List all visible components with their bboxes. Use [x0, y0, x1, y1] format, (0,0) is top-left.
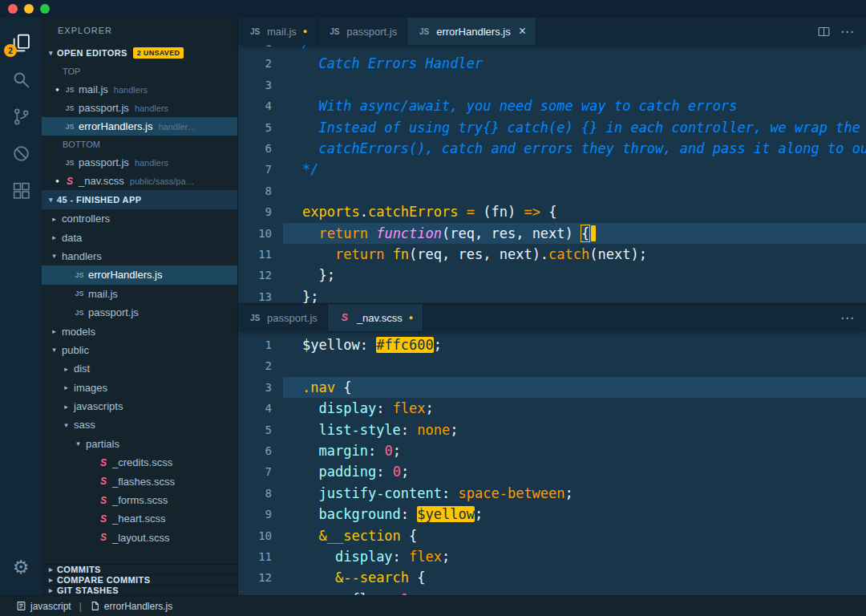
code-text: flex: 1; [283, 589, 866, 595]
open-editor-item[interactable]: ●JSmail.jshandlers [42, 80, 237, 99]
section-git-stashes[interactable]: ▸GIT STASHES [42, 585, 237, 595]
tab-mail.js[interactable]: JSmail.js● [238, 18, 318, 45]
sass-file-icon: S [96, 476, 111, 487]
chevron-right-icon: ▸ [48, 327, 60, 335]
code-token: exports [302, 204, 360, 220]
language-indicator[interactable]: javascript [16, 601, 71, 612]
open-editor-item[interactable]: JSpassport.jshandlers [42, 153, 237, 172]
open-editor-item[interactable]: ●S_nav.scsspublic/sass/pa… [42, 172, 237, 190]
code-token: ; [442, 549, 450, 565]
split-editor-icon[interactable] [817, 25, 831, 38]
folder-item-images[interactable]: ▸images [42, 379, 237, 397]
code-line[interactable]: 6 margin: 0; [238, 440, 866, 461]
folder-item-handlers[interactable]: ▾handlers [42, 247, 237, 265]
code-line[interactable]: 5 list-style: none; [238, 419, 866, 440]
code-line[interactable]: 4 With async/await, you need some way to… [238, 95, 866, 116]
file-item-mail.js[interactable]: JSmail.js [42, 285, 237, 303]
extensions-activity-button[interactable] [2, 172, 40, 209]
file-indicator[interactable]: errorHandlers.js [90, 601, 172, 612]
tab-_nav.scss[interactable]: S_nav.scss● [328, 304, 423, 331]
folder-item-models[interactable]: ▸models [42, 322, 237, 340]
tab-passport.js[interactable]: JSpassport.js [238, 304, 328, 331]
open-editor-item[interactable]: JSerrorHandlers.jshandler… [42, 117, 237, 136]
open-editor-item[interactable]: JSpassport.jshandlers [42, 99, 237, 117]
search-activity-button[interactable] [2, 61, 40, 98]
file-item-_credits.scss[interactable]: S_credits.scss [42, 453, 237, 472]
open-editors-header[interactable]: ▾ OPEN EDITORS 2 UNSAVED [42, 43, 237, 63]
tab-passport.js[interactable]: JSpassport.js [318, 18, 407, 45]
file-item-errorHandlers.js[interactable]: JSerrorHandlers.js [42, 265, 237, 284]
file-item-passport.js[interactable]: JSpassport.js [42, 303, 237, 322]
code-token: : [376, 464, 392, 480]
folder-item-sass[interactable]: ▾sass [42, 415, 237, 434]
explorer-activity-button[interactable]: 2 [2, 24, 40, 61]
code-line[interactable]: 10 &__section { [238, 525, 866, 546]
code-token: space-between [459, 485, 565, 501]
code-line[interactable]: 9exports.catchErrors = (fn) => { [238, 201, 866, 222]
sass-file-icon: S [96, 532, 111, 543]
more-actions-icon[interactable]: ⋯ [840, 310, 855, 326]
item-name: images [74, 382, 107, 394]
file-item-_forms.scss[interactable]: S_forms.scss [42, 491, 237, 509]
code-line[interactable]: 4 display: flex; [238, 398, 866, 419]
section-compare-commits[interactable]: ▸COMPARE COMMITS [42, 574, 237, 585]
code-token: ; [409, 591, 417, 595]
editor-top[interactable]: 1/*2 Catch Errors Handler34 With async/a… [238, 45, 866, 303]
section-label: COMPARE COMMITS [57, 575, 150, 585]
code-line[interactable]: 6 catchErrors(), catch and errors they t… [238, 138, 866, 159]
code-line[interactable]: 7 padding: 0; [238, 461, 866, 482]
folder-item-data[interactable]: ▸data [42, 228, 237, 246]
zoom-window-button[interactable] [40, 4, 50, 14]
code-line[interactable]: 2 Catch Errors Handler [238, 53, 866, 74]
line-number: 3 [238, 377, 283, 398]
code-text [283, 180, 866, 201]
minimize-window-button[interactable] [24, 4, 34, 14]
code-line[interactable]: 11 display: flex; [238, 546, 866, 567]
code-token [302, 422, 318, 438]
code-line[interactable]: 2 [238, 355, 866, 376]
debug-activity-button[interactable] [2, 135, 40, 172]
file-item-_flashes.scss[interactable]: S_flashes.scss [42, 472, 237, 490]
code-token: flex [409, 549, 442, 565]
code-line[interactable]: 10 return function(req, res, next) { [238, 223, 866, 244]
code-line[interactable]: 8 [238, 180, 866, 201]
code-line[interactable]: 13}; [238, 286, 866, 303]
project-section-header[interactable]: ▾ 45 - FINISHED APP [42, 190, 237, 209]
more-actions-icon[interactable]: ⋯ [840, 23, 855, 40]
code-line[interactable]: 13 flex: 1; [238, 589, 866, 595]
code-line[interactable]: 3.nav { [238, 377, 866, 398]
folder-item-javascripts[interactable]: ▸javascripts [42, 397, 237, 415]
code-line[interactable]: 9 background: $yellow; [238, 504, 866, 525]
settings-gear-button[interactable]: ⚙ [2, 549, 40, 586]
folder-item-controllers[interactable]: ▸controllers [42, 209, 237, 228]
code-line[interactable]: 5 Instead of using try{} catch(e) {} in … [238, 117, 866, 138]
code-line[interactable]: 1/* [238, 45, 866, 53]
folder-item-public[interactable]: ▾public [42, 341, 237, 359]
js-file-icon: JS [72, 271, 87, 279]
folder-item-partials[interactable]: ▾partials [42, 435, 237, 453]
close-window-button[interactable] [8, 4, 18, 14]
editor-bottom[interactable]: 1$yellow: #ffc600;23.nav {4 display: fle… [238, 331, 866, 595]
code-line[interactable]: 12 &--search { [238, 567, 866, 588]
code-token: return [335, 246, 384, 262]
code-token: : [401, 506, 417, 522]
line-number: 7 [238, 159, 283, 180]
source-control-activity-button[interactable] [2, 98, 40, 135]
code-line[interactable]: 8 justify-content: space-between; [238, 483, 866, 504]
section-commits[interactable]: ▸COMMITS [42, 564, 237, 574]
item-name: data [62, 232, 82, 244]
file-icon [90, 601, 100, 611]
code-token: $yellow [302, 337, 360, 353]
code-line[interactable]: 7*/ [238, 159, 866, 180]
item-name: errorHandlers.js [88, 269, 162, 281]
code-line[interactable]: 11 return fn(req, res, next).catch(next)… [238, 244, 866, 265]
file-item-_heart.scss[interactable]: S_heart.scss [42, 509, 237, 528]
code-line[interactable]: 1$yellow: #ffc600; [238, 334, 866, 355]
code-line[interactable]: 12 }; [238, 265, 866, 286]
code-line[interactable]: 3 [238, 75, 866, 95]
close-icon[interactable]: × [519, 25, 526, 38]
tab-errorHandlers.js[interactable]: JSerrorHandlers.js× [407, 18, 536, 45]
tabs-bottom: JSpassport.jsS_nav.scss● [238, 304, 423, 331]
folder-item-dist[interactable]: ▸dist [42, 359, 237, 378]
file-item-_layout.scss[interactable]: S_layout.scss [42, 529, 237, 547]
